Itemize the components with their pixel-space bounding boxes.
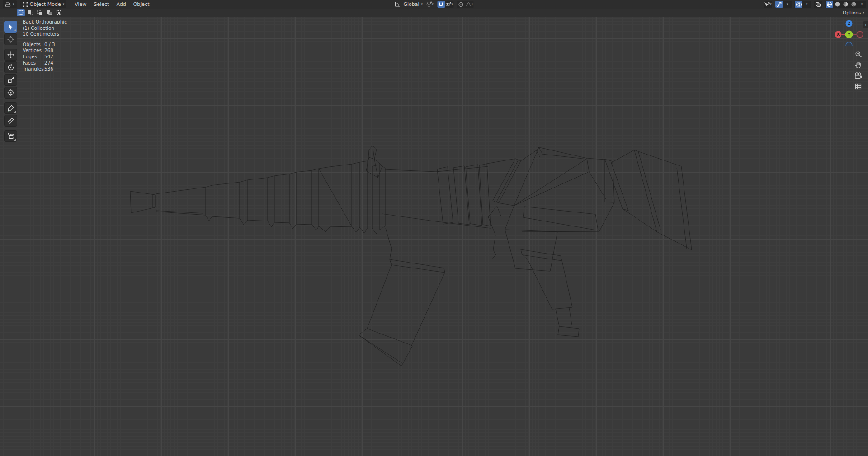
stat-row: Vertices268 (23, 47, 67, 54)
viewport-header: ▾ Object Mode ▾ ViewSelectAddObject Glob… (0, 0, 868, 9)
collection-label: (1) Collection (23, 25, 67, 32)
stat-row: Edges542 (23, 54, 67, 60)
header-center-controls: Global ▾ ▾ (394, 0, 473, 9)
gizmo-axis-z-negative[interactable] (846, 42, 852, 46)
navigation-gizmo[interactable]: Z X Y (835, 17, 863, 46)
annotate-tool-button[interactable] (4, 102, 17, 114)
orientation-icon (394, 1, 400, 8)
editor-type-button[interactable]: ▾ (3, 0, 17, 8)
pivot-point-icon (426, 1, 432, 7)
gizmos-dropdown[interactable]: ▾ (783, 1, 791, 8)
select-mode-set-button[interactable] (17, 9, 25, 16)
gizmo-axis-y[interactable]: Y (845, 31, 853, 38)
chevron-down-icon: ▾ (472, 3, 473, 6)
move-tool-button[interactable] (4, 49, 17, 61)
sidebar-toggle-arrow: ‹ (865, 23, 867, 27)
wireframe-model[interactable] (0, 17, 868, 456)
viewport-nav-buttons (854, 50, 862, 90)
chevron-down-icon: ▾ (451, 3, 453, 6)
mode-select[interactable]: Object Mode ▾ (20, 0, 67, 8)
snap-magnet-icon (439, 2, 444, 7)
shading-dropdown[interactable]: ▾ (858, 1, 866, 8)
xray-toggle-button[interactable] (814, 1, 822, 8)
hand-icon (855, 61, 862, 69)
blender-window: ▾ Object Mode ▾ ViewSelectAddObject Glob… (0, 0, 868, 456)
falloff-curve-icon (465, 2, 472, 7)
snap-target-dropdown[interactable]: ▾ (445, 1, 453, 8)
rotate-icon (7, 64, 14, 71)
svg-text:X: X (837, 32, 840, 37)
shading-material-icon (843, 1, 849, 7)
orientation-label: Global (403, 1, 419, 7)
falloff-dropdown[interactable]: ▾ (465, 1, 473, 8)
select-box-tool-button[interactable] (4, 21, 17, 33)
shading-rendered-icon (851, 1, 857, 7)
pan-button[interactable] (854, 61, 862, 69)
overlays-dropdown[interactable]: ▾ (803, 1, 811, 8)
annotate-icon (7, 104, 14, 112)
measure-tool-button[interactable] (4, 115, 17, 127)
shading-material-button[interactable] (842, 1, 849, 8)
menu-object[interactable]: Object (133, 1, 150, 7)
object-mode-icon (23, 2, 28, 7)
proportional-editing-icon (458, 2, 464, 7)
scale-tool-button[interactable] (4, 74, 17, 86)
transform-icon (7, 89, 14, 96)
select-mode-intersect-button[interactable] (55, 9, 63, 16)
select-mode-group (17, 9, 63, 16)
menu-add[interactable]: Add (116, 1, 126, 7)
viewport-3d[interactable]: Back Orthographic (1) Collection 10 Cent… (0, 17, 868, 456)
cursor-tool-button[interactable] (4, 33, 17, 45)
pivot-point-dropdown[interactable]: ▾ (426, 1, 434, 8)
tool-settings-bar: Options ▾ (0, 9, 868, 17)
shading-wireframe-button[interactable] (826, 1, 833, 8)
toolbar (4, 21, 17, 143)
object-type-visibility-icon (764, 2, 770, 7)
stat-row: Objects0 / 3 (23, 42, 67, 48)
add-cube-tool-button[interactable] (4, 130, 17, 142)
gizmos-toggle-button[interactable] (775, 1, 783, 8)
stat-row: Faces274 (23, 60, 67, 66)
grid-icon (855, 83, 862, 90)
viewport-overlay-text: Back Orthographic (1) Collection 10 Cent… (23, 19, 67, 72)
chevron-down-icon: ▾ (13, 3, 14, 6)
zoom-button[interactable] (854, 50, 862, 58)
chevron-down-icon: ▾ (421, 3, 423, 6)
scene-statistics: Objects0 / 3Vertices268Edges542Faces274T… (23, 42, 67, 72)
snap-toggle-button[interactable] (437, 1, 445, 8)
object-type-visibility-button[interactable]: ▾ (764, 1, 772, 8)
svg-text:Y: Y (847, 32, 851, 37)
options-label: Options (843, 10, 861, 15)
chevron-down-icon: ▾ (63, 3, 65, 6)
perspective-grid-button[interactable] (854, 83, 862, 90)
transform-tool-button[interactable] (4, 87, 17, 99)
select-mode-subtract-button[interactable] (36, 9, 44, 16)
move-icon (7, 51, 14, 58)
options-dropdown[interactable]: Options ▾ (843, 10, 864, 15)
proportional-editing-button[interactable] (457, 1, 465, 8)
camera-icon (854, 72, 862, 79)
measure-icon (7, 117, 14, 124)
sidebar-toggle[interactable]: ‹ (863, 21, 868, 28)
shading-solid-button[interactable] (834, 1, 841, 8)
transform-orientation-dropdown[interactable]: Global ▾ (403, 1, 423, 8)
overlays-icon (796, 2, 802, 7)
overlays-toggle-button[interactable] (795, 1, 802, 8)
mode-label: Object Mode (30, 1, 61, 7)
camera-view-button[interactable] (854, 72, 862, 80)
chevron-down-icon: ▾ (787, 3, 788, 6)
menu-bar: ViewSelectAddObject (75, 1, 149, 7)
menu-select[interactable]: Select (94, 1, 109, 7)
rotate-tool-button[interactable] (4, 61, 17, 73)
select-box-icon (7, 24, 14, 30)
shading-rendered-button[interactable] (850, 1, 858, 8)
select-mode-extend-button[interactable] (26, 9, 34, 16)
gizmo-axis-x[interactable]: X (835, 31, 842, 38)
gizmo-axis-z[interactable]: Z (846, 20, 853, 27)
menu-view[interactable]: View (75, 1, 86, 7)
add-cube-icon (7, 132, 14, 140)
gizmo-axis-x-negative[interactable] (857, 31, 863, 38)
editor-type-icon (5, 2, 11, 7)
header-right-controls: ▾ ▾ ▾ (764, 0, 866, 9)
select-mode-invert-button[interactable] (45, 9, 53, 16)
